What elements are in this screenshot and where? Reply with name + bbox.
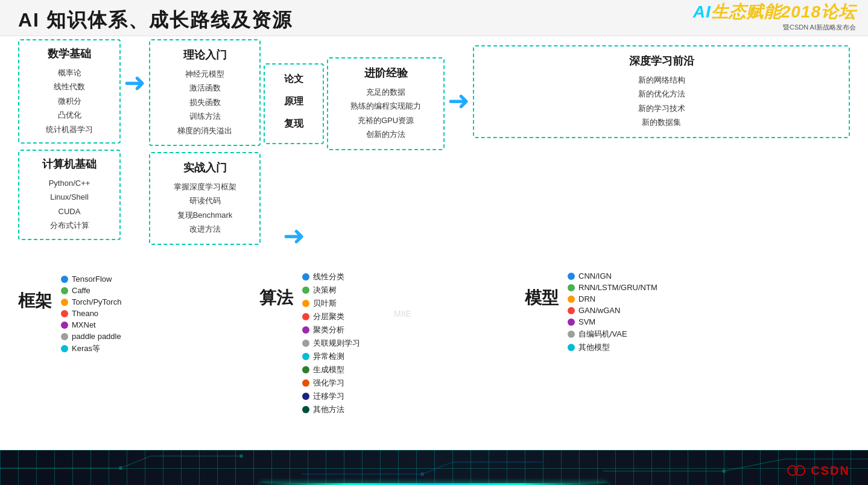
fw-item-6: Keras等: [61, 343, 121, 354]
arrow-icon-3: ➜: [448, 87, 470, 114]
algorithms-list: 线性分类 决策树 贝叶斯 分层聚类 聚类分析 关联规则学习 异常检测 生成模型: [302, 268, 360, 415]
models-label: 模型: [525, 268, 559, 309]
col-advanced: 进阶经验 充足的数据 熟练的编程实现能力 充裕的GPU资源 创新的方法: [327, 39, 445, 150]
algo-item-5: 关联规则学习: [302, 338, 360, 349]
box-practical: 实战入门 掌握深度学习框架 研读代码 复现Benchmark 改进方法: [149, 152, 261, 245]
box-math-foundation: 数学基础 概率论 线性代数 微积分 凸优化 统计机器学习: [18, 39, 121, 144]
logo-subtitle: 暨CSDN AI新战略发布会: [783, 23, 856, 32]
algo-item-0: 线性分类: [302, 271, 360, 282]
deep-item-4: 新的数据集: [484, 115, 839, 129]
math-item-5: 统计机器学习: [28, 122, 111, 136]
algorithms-section: 算法 线性分类 决策树 贝叶斯 分层聚类 聚类分析 关联规则学习 异常检测: [259, 268, 360, 415]
fw-name-0: TensorFlow: [72, 274, 112, 284]
paper-line2: 原理: [284, 93, 303, 110]
model-name-2: DRN: [578, 294, 595, 303]
model-dot-3: [568, 307, 575, 314]
mite-watermark: MItE: [394, 309, 411, 319]
fw-dot-2: [61, 299, 68, 306]
algo-name-7: 生成模型: [313, 364, 344, 375]
frameworks-section: 框架 TensorFlow Caffe Torch/PyTorch Theano…: [18, 271, 121, 354]
math-item-3: 微积分: [28, 94, 111, 108]
svg-point-14: [795, 466, 805, 475]
algo-item-9: 迁移学习: [302, 391, 360, 402]
math-title: 数学基础: [28, 46, 111, 61]
fw-dot-6: [61, 345, 68, 352]
fw-dot-4: [61, 322, 68, 329]
svg-point-4: [239, 454, 243, 458]
algo-name-8: 强化学习: [313, 378, 344, 388]
models-section: 模型 CNN/IGN RNN/LSTM/GRU/NTM DRN GAN/wGAN…: [525, 268, 657, 353]
svg-point-3: [119, 466, 122, 470]
model-item-0: CNN/IGN: [568, 271, 657, 281]
csdn-logo-area: CSDN: [787, 461, 850, 480]
fw-item-3: Theano: [61, 309, 121, 318]
paper-line3: 复现: [284, 115, 303, 133]
svg-point-8: [420, 472, 424, 476]
comp-title: 计算机基础: [28, 157, 111, 171]
model-item-1: RNN/LSTM/GRU/NTM: [568, 283, 657, 292]
models-list: CNN/IGN RNN/LSTM/GRU/NTM DRN GAN/wGAN SV…: [568, 268, 657, 353]
practical-item-4: 改进方法: [160, 222, 250, 236]
fw-item-5: paddle paddle: [61, 332, 121, 341]
algo-item-1: 决策树: [302, 285, 360, 296]
practical-item-1: 掌握深度学习框架: [160, 180, 250, 194]
theory-item-1: 神经元模型: [160, 67, 250, 81]
theory-title: 理论入门: [160, 48, 250, 62]
theory-item-2: 激活函数: [160, 81, 250, 95]
paper-line1: 论文: [284, 71, 303, 88]
algo-dot-6: [302, 353, 309, 360]
arrow-3: ➜: [448, 39, 470, 114]
algo-name-2: 贝叶斯: [313, 298, 337, 309]
algo-name-4: 聚类分析: [313, 325, 344, 335]
algo-dot-3: [302, 313, 309, 320]
model-dot-1: [568, 284, 575, 291]
fw-name-2: Torch/PyTorch: [72, 297, 121, 306]
box-advanced: 进阶经验 充足的数据 熟练的编程实现能力 充裕的GPU资源 创新的方法: [327, 57, 445, 150]
algo-item-10: 其他方法: [302, 404, 360, 415]
model-dot-0: [568, 273, 575, 280]
algo-item-2: 贝叶斯: [302, 298, 360, 309]
model-item-5: 自编码机/VAE: [568, 329, 657, 340]
algo-item-8: 强化学习: [302, 378, 360, 388]
arrow-2-wrap: ➜: [283, 223, 305, 249]
flow-diagram: 数学基础 概率论 线性代数 微积分 凸优化 统计机器学习 计算机基础 Pytho…: [18, 39, 850, 249]
arrow-icon-1: ➜: [124, 69, 146, 96]
arrow-icon-2: ➜: [283, 223, 305, 249]
fw-dot-5: [61, 333, 68, 340]
algo-dot-8: [302, 379, 309, 387]
csdn-icon: [787, 461, 806, 480]
fw-item-2: Torch/PyTorch: [61, 297, 121, 306]
fw-name-4: MXNet: [72, 320, 96, 329]
comp-item-1: Python/C++: [28, 176, 111, 190]
comp-item-4: 分布式计算: [28, 218, 111, 232]
fw-name-1: Caffe: [72, 286, 90, 295]
algo-item-4: 聚类分析: [302, 325, 360, 335]
logo-area: AI生态赋能2018论坛 暨CSDN AI新战略发布会: [693, 3, 856, 32]
logo-main: 生态赋能2018论坛: [711, 2, 856, 21]
frameworks-list: TensorFlow Caffe Torch/PyTorch Theano MX…: [61, 271, 121, 354]
math-item-1: 概率论: [28, 66, 111, 80]
deep-item-1: 新的网络结构: [484, 73, 839, 87]
arrow-1: ➜: [124, 39, 146, 96]
algo-dot-2: [302, 300, 309, 307]
advanced-title: 进阶经验: [338, 66, 434, 80]
theory-item-4: 训练方法: [160, 109, 250, 123]
algo-dot-0: [302, 273, 309, 281]
model-dot-2: [568, 296, 575, 303]
model-dot-4: [568, 319, 575, 326]
math-item-4: 凸优化: [28, 108, 111, 122]
algo-name-0: 线性分类: [313, 271, 344, 282]
theory-item-5: 梯度的消失溢出: [160, 124, 250, 138]
page-title: AI 知识体系、成长路线及资源: [18, 7, 293, 34]
model-name-4: SVM: [578, 317, 595, 326]
frameworks-label: 框架: [18, 271, 52, 312]
box-comp-foundation: 计算机基础 Python/C++ Linux/Shell CUDA 分布式计算: [18, 150, 121, 240]
col-deep: 深度学习前沿 新的网络结构 新的优化方法 新的学习技术 新的数据集: [473, 39, 850, 138]
algo-dot-5: [302, 340, 309, 347]
deep-item-3: 新的学习技术: [484, 101, 839, 115]
logo-ai-prefix: AI: [693, 2, 711, 21]
model-name-5: 自编码机/VAE: [578, 329, 627, 340]
algo-name-1: 决策树: [313, 285, 337, 296]
fw-item-4: MXNet: [61, 320, 121, 329]
model-name-3: GAN/wGAN: [578, 306, 620, 315]
